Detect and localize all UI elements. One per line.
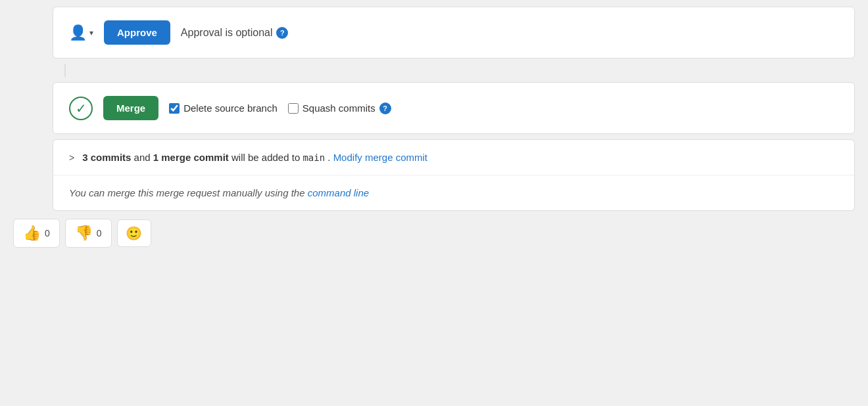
squash-commits-label[interactable]: Squash commits ? bbox=[288, 102, 391, 114]
add-reaction-emoji: 🙂 bbox=[126, 225, 142, 241]
squash-help-icon[interactable]: ? bbox=[379, 102, 391, 114]
user-avatar-icon: 👤 ▾ bbox=[69, 24, 93, 41]
delete-source-branch-text: Delete source branch bbox=[183, 102, 277, 114]
merge-check-icon: ✓ bbox=[69, 97, 93, 120]
manual-merge-row: You can merge this merge request manuall… bbox=[53, 175, 854, 210]
and-text: and bbox=[134, 152, 153, 163]
approval-section: 👤 ▾ Approve Approval is optional ? bbox=[53, 7, 855, 58]
connector-line bbox=[64, 64, 66, 77]
commits-count: 3 commits bbox=[82, 152, 131, 163]
will-be-added-text: will be added to bbox=[231, 152, 302, 163]
manual-text-before: You can merge this merge request manuall… bbox=[69, 187, 308, 198]
thumbs-up-count: 0 bbox=[45, 228, 50, 238]
merge-options: Delete source branch Squash commits ? bbox=[169, 102, 391, 114]
merge-section: ✓ Merge Delete source branch Squash comm… bbox=[53, 82, 855, 134]
chevron-down-icon: ▾ bbox=[89, 28, 93, 37]
squash-commits-checkbox[interactable] bbox=[288, 103, 299, 114]
approval-help-icon[interactable]: ? bbox=[276, 27, 288, 39]
approve-button[interactable]: Approve bbox=[104, 20, 170, 45]
merge-button[interactable]: Merge bbox=[103, 96, 158, 120]
branch-name: main bbox=[302, 152, 325, 163]
thumbs-down-count: 0 bbox=[97, 228, 102, 238]
commits-info-row: > 3 commits and 1 merge commit will be a… bbox=[53, 140, 854, 175]
check-mark: ✓ bbox=[76, 101, 87, 116]
period-text: . bbox=[327, 152, 333, 163]
thumbs-up-button[interactable]: 👍 0 bbox=[13, 219, 60, 248]
thumbs-down-button[interactable]: 👎 0 bbox=[65, 219, 112, 248]
reactions-row: 👍 0 👎 0 🙂 bbox=[13, 219, 855, 248]
info-box: > 3 commits and 1 merge commit will be a… bbox=[53, 139, 855, 211]
expand-arrow-icon[interactable]: > bbox=[69, 152, 74, 163]
delete-source-branch-checkbox[interactable] bbox=[169, 103, 180, 114]
page-wrapper: 👤 ▾ Approve Approval is optional ? ✓ Mer… bbox=[0, 0, 868, 406]
delete-source-branch-label[interactable]: Delete source branch bbox=[169, 102, 277, 114]
approval-optional-text: Approval is optional ? bbox=[181, 27, 289, 39]
manual-merge-text: You can merge this merge request manuall… bbox=[69, 187, 369, 198]
add-reaction-button[interactable]: 🙂 bbox=[117, 219, 151, 247]
approval-text-label: Approval is optional bbox=[181, 27, 273, 39]
merge-commit-text: 1 merge commit bbox=[153, 152, 229, 163]
user-icon: 👤 bbox=[69, 24, 87, 41]
thumbs-up-emoji: 👍 bbox=[23, 225, 41, 242]
commits-text: 3 commits and 1 merge commit will be add… bbox=[82, 152, 427, 163]
modify-merge-commit-link[interactable]: Modify merge commit bbox=[333, 152, 427, 163]
command-line-link[interactable]: command line bbox=[308, 187, 369, 198]
thumbs-down-emoji: 👎 bbox=[75, 225, 93, 242]
squash-commits-text: Squash commits bbox=[302, 102, 375, 114]
